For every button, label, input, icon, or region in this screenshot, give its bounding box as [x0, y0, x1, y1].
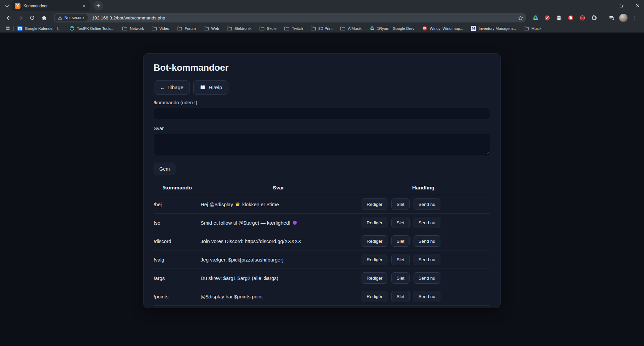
send-nu-button[interactable]: Send nu: [414, 291, 440, 302]
answer-cell: @$display har $points point: [201, 294, 356, 299]
command-cell: !valg: [154, 257, 201, 263]
tab-close-button[interactable]: [81, 3, 87, 9]
command-cell: !hej: [154, 201, 201, 207]
blocker-extension-button[interactable]: [543, 13, 551, 22]
folder-icon: [122, 26, 127, 31]
printer-extension-button[interactable]: [554, 13, 563, 22]
commands-table: !kommando Svar Handling !hej Hej @$displ…: [154, 183, 490, 306]
forward-arrow-icon: [17, 15, 24, 21]
bookmark-item[interactable]: Network: [122, 26, 144, 31]
header-command: !kommando: [154, 185, 201, 191]
star-icon: [518, 15, 524, 21]
back-link-button[interactable]: ← Tilbage: [154, 80, 190, 95]
reload-button[interactable]: [27, 12, 38, 23]
bookmark-item[interactable]: 31 Google Kalender - I...: [17, 26, 61, 31]
svg-text:M: M: [472, 26, 475, 30]
save-button[interactable]: Gem: [154, 163, 175, 175]
apps-grid-button[interactable]: [4, 25, 11, 32]
table-row: !so Smid et follow til @$target — kærlig…: [154, 214, 490, 232]
slet-button[interactable]: Slet: [391, 254, 409, 265]
playlist-icon: [609, 15, 615, 21]
bookmark-item[interactable]: Web: [204, 26, 219, 31]
inventory-icon: M: [471, 26, 476, 31]
send-nu-button[interactable]: Send nu: [414, 235, 440, 247]
profile-avatar[interactable]: [619, 14, 628, 22]
table-header: !kommando Svar Handling: [154, 183, 490, 195]
top-buttons: ← Tilbage Hjælp: [154, 80, 490, 95]
actions-cell: RedigérSletSend nu: [356, 235, 490, 247]
folder-icon: [227, 26, 232, 31]
minimize-button[interactable]: [601, 1, 610, 10]
book-emoji-icon: [200, 84, 206, 91]
bookmark-item[interactable]: AIMusik: [340, 26, 362, 31]
address-bar[interactable]: Not secure 192.168.3.2/bot/web/commands.…: [54, 13, 526, 22]
bookmark-item[interactable]: Skole: [259, 26, 277, 31]
new-tab-button[interactable]: [94, 1, 103, 10]
minimize-icon: [603, 4, 608, 8]
bookmark-star-button[interactable]: [516, 13, 525, 22]
url-text: 192.168.3.2/bot/web/commands.php: [92, 15, 516, 20]
close-window-button[interactable]: [633, 1, 642, 10]
bookmark-item[interactable]: Musik: [524, 26, 541, 31]
printer-icon: [556, 15, 562, 21]
bookmark-item[interactable]: Elektronik: [227, 26, 252, 31]
bookmark-label: Video: [159, 26, 169, 31]
page-title: Bot-kommandoer: [154, 62, 490, 73]
playlist-button[interactable]: [607, 13, 616, 22]
table-row: !points @$display har $points point Redi…: [154, 287, 490, 306]
toolfk-icon: [69, 26, 74, 31]
send-nu-button[interactable]: Send nu: [414, 198, 440, 210]
send-nu-button[interactable]: Send nu: [414, 217, 440, 228]
send-nu-button[interactable]: Send nu: [414, 254, 440, 265]
home-button[interactable]: [39, 12, 49, 23]
slet-button[interactable]: Slet: [391, 291, 409, 302]
redigér-button[interactable]: Redigér: [362, 272, 387, 284]
bookmark-item[interactable]: 1Ryom - Google Drev: [369, 26, 414, 31]
table-row: !discord Join vores Discord: https://dis…: [154, 232, 490, 250]
redigér-button[interactable]: Redigér: [362, 291, 387, 302]
hand-emoji-icon: [235, 201, 240, 207]
forward-button[interactable]: [15, 12, 26, 23]
redigér-button[interactable]: Redigér: [362, 235, 387, 247]
record-extension-button[interactable]: [578, 13, 587, 22]
bookmark-item[interactable]: Forum: [177, 26, 196, 31]
record-icon: [579, 15, 586, 21]
window-controls: [601, 1, 642, 10]
close-icon: [635, 3, 640, 8]
help-button[interactable]: Hjælp: [193, 80, 228, 95]
redigér-button[interactable]: Redigér: [362, 254, 387, 265]
drive-extension-button[interactable]: [531, 13, 540, 22]
actions-cell: RedigérSletSend nu: [356, 291, 490, 302]
slet-button[interactable]: Slet: [391, 235, 409, 247]
slet-button[interactable]: Slet: [391, 272, 409, 284]
slet-button[interactable]: Slet: [391, 198, 409, 210]
bookmark-label: Musik: [531, 26, 541, 31]
bookmark-item[interactable]: M Inventory Managem...: [471, 26, 516, 31]
bookmark-item[interactable]: ToolFK Online Tools...: [69, 26, 114, 31]
stop-hand-extension-button[interactable]: [566, 13, 575, 22]
puzzle-icon: [591, 15, 597, 21]
bookmark-item[interactable]: Windy: Wind map...: [422, 26, 463, 31]
extensions-puzzle-button[interactable]: [590, 13, 598, 22]
block-icon: [544, 15, 550, 21]
redigér-button[interactable]: Redigér: [362, 198, 387, 210]
send-nu-button[interactable]: Send nu: [414, 272, 440, 284]
drive-icon: [369, 26, 375, 31]
tab-search-button[interactable]: [3, 2, 11, 10]
toolbar-separator: [603, 15, 603, 21]
folder-icon: [524, 26, 529, 31]
bookmark-item[interactable]: Twitch: [284, 26, 303, 31]
browser-menu-button[interactable]: [631, 13, 639, 22]
redigér-button[interactable]: Redigér: [362, 217, 387, 228]
security-chip[interactable]: Not secure: [55, 14, 88, 21]
restore-button[interactable]: [617, 1, 626, 10]
answer-textarea[interactable]: [154, 134, 490, 155]
browser-tab[interactable]: X Kommandoer: [11, 0, 90, 11]
bookmark-item[interactable]: Video: [152, 26, 169, 31]
slet-button[interactable]: Slet: [391, 217, 409, 228]
back-arrow-icon: [6, 15, 12, 21]
command-input[interactable]: [154, 108, 490, 119]
bookmark-item[interactable]: 3D-Print: [311, 26, 332, 31]
actions-cell: RedigérSletSend nu: [356, 217, 490, 228]
back-button[interactable]: [3, 12, 14, 23]
